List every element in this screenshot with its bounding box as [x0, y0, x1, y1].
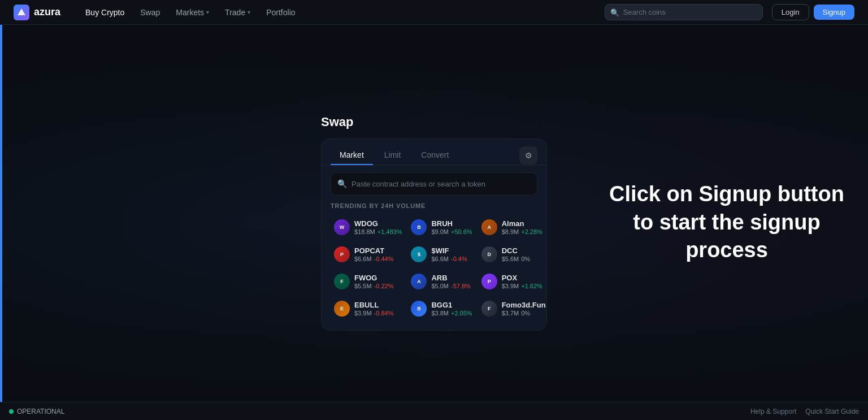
coin-change-ebull: -0.84% — [374, 310, 394, 317]
status-indicator: OPERATIONAL — [9, 408, 64, 415]
coin-price-row-popcat: $6.6M -0.44% — [354, 256, 393, 262]
coin-price-fomo: $3.7M — [502, 310, 519, 317]
coin-item-ebull[interactable]: E EBULL $3.9M -0.84% — [331, 296, 405, 321]
nav-search-container: 🔍 — [605, 4, 763, 20]
coin-info-fomo: Fomo3d.Fun $3.7M 0% — [502, 301, 546, 317]
coin-price-bgg1: $3.8M — [431, 310, 449, 317]
coin-price-ebull: $3.9M — [354, 310, 372, 317]
coin-name-fomo: Fomo3d.Fun — [502, 301, 546, 309]
coin-item-popcat[interactable]: P POPCAT $6.6M -0.44% — [331, 242, 405, 267]
right-annotation: Click on Signup button to start the sign… — [585, 25, 868, 420]
nav-actions: Login Signup — [772, 4, 854, 20]
status-links: Help & Support Quick Start Guide — [750, 408, 859, 415]
tab-convert[interactable]: Convert — [412, 146, 458, 165]
help-support-link[interactable]: Help & Support — [750, 408, 796, 415]
coin-avatar-arb: A — [411, 274, 427, 289]
status-label: OPERATIONAL — [17, 408, 64, 415]
coin-info-dcc: DCC $5.6M 0% — [502, 246, 530, 262]
trade-chevron-icon: ▾ — [248, 9, 250, 15]
coin-item-pox[interactable]: P POX $3.9M +1.62% — [478, 269, 547, 294]
coin-info-bruh: BRUH $9.0M +50.6% — [431, 219, 472, 235]
coin-price-row-fomo: $3.7M 0% — [502, 310, 546, 317]
login-button[interactable]: Login — [772, 4, 809, 20]
swap-panel: Swap Market Limit Convert ⚙ 🔍 Paste cont… — [321, 115, 547, 331]
coin-avatar-wif: $ — [411, 246, 427, 262]
tab-market[interactable]: Market — [331, 146, 373, 165]
coin-name-wif: $WIF — [431, 246, 467, 255]
coin-info-fwog: FWOG $5.5M -0.22% — [354, 274, 393, 289]
tab-limit[interactable]: Limit — [375, 146, 410, 165]
coin-item-alman[interactable]: A Alman $8.9M +2.28% — [478, 215, 547, 240]
quick-start-guide-link[interactable]: Quick Start Guide — [805, 408, 859, 415]
coin-price-row-dcc: $5.6M 0% — [502, 256, 530, 262]
coin-avatar-dcc: D — [481, 246, 497, 262]
trending-grid: W WDOG $18.8M +1,483% B BRUH $9.0M +50.6… — [331, 215, 537, 321]
coin-price-arb: $5.0M — [431, 283, 449, 289]
main-content: Swap Market Limit Convert ⚙ 🔍 Paste cont… — [0, 25, 868, 420]
nav-buy-crypto[interactable]: Buy Crypto — [79, 5, 131, 20]
coin-info-arb: ARB $5.0M -57.8% — [431, 274, 470, 289]
swap-title: Swap — [321, 115, 547, 129]
coin-price-wif: $6.6M — [431, 256, 449, 262]
left-accent-bar — [0, 25, 2, 420]
token-search-input[interactable]: Paste contract address or search a token — [331, 172, 537, 196]
nav-links: Buy Crypto Swap Markets ▾ Trade ▾ Portfo… — [79, 5, 596, 20]
status-bar: OPERATIONAL Help & Support Quick Start G… — [0, 402, 868, 420]
nav-portfolio[interactable]: Portfolio — [259, 5, 302, 20]
coin-change-alman: +2.28% — [521, 228, 542, 235]
coin-avatar-wdog: W — [334, 219, 350, 235]
coin-change-wdog: +1,483% — [377, 228, 402, 235]
coin-price-row-wif: $6.6M -0.4% — [431, 256, 467, 262]
coin-item-fomo[interactable]: F Fomo3d.Fun $3.7M 0% — [478, 296, 547, 321]
annotation-text: Click on Signup button to start the sign… — [608, 180, 845, 264]
coin-price-row-ebull: $3.9M -0.84% — [354, 310, 393, 317]
coin-info-alman: Alman $8.9M +2.28% — [502, 219, 542, 235]
nav-trade[interactable]: Trade ▾ — [218, 5, 257, 20]
status-dot — [9, 409, 14, 414]
search-input[interactable] — [605, 4, 763, 20]
coin-change-pox: +1.62% — [521, 283, 542, 289]
swap-tabs: Market Limit Convert ⚙ — [322, 139, 546, 165]
coin-price-row-arb: $5.0M -57.8% — [431, 283, 470, 289]
coin-info-wif: $WIF $6.6M -0.4% — [431, 246, 467, 262]
coin-avatar-pox: P — [481, 274, 497, 289]
coin-item-wdog[interactable]: W WDOG $18.8M +1,483% — [331, 215, 405, 240]
logo[interactable]: azura — [14, 5, 60, 20]
coin-item-fwog[interactable]: F FWOG $5.5M -0.22% — [331, 269, 405, 294]
coin-item-arb[interactable]: A ARB $5.0M -57.8% — [407, 269, 475, 294]
coin-price-row-fwog: $5.5M -0.22% — [354, 283, 393, 289]
swap-settings-button[interactable]: ⚙ — [519, 146, 537, 164]
coin-name-arb: ARB — [431, 274, 470, 282]
nav-swap[interactable]: Swap — [133, 5, 167, 20]
coin-change-bgg1: +2.05% — [451, 310, 472, 317]
coin-change-fwog: -0.22% — [374, 283, 394, 289]
coin-change-fomo: 0% — [521, 310, 530, 317]
coin-name-bgg1: BGG1 — [431, 301, 472, 309]
trending-section: TRENDING BY 24H VOLUME W WDOG $18.8M +1,… — [322, 202, 546, 330]
swap-card: Market Limit Convert ⚙ 🔍 Paste contract … — [321, 138, 547, 331]
coin-name-bruh: BRUH — [431, 219, 472, 228]
signup-button[interactable]: Signup — [814, 5, 854, 20]
coin-name-popcat: POPCAT — [354, 246, 393, 255]
coin-item-wif[interactable]: $ $WIF $6.6M -0.4% — [407, 242, 475, 267]
coin-price-bruh: $9.0M — [431, 228, 449, 235]
coin-item-bruh[interactable]: B BRUH $9.0M +50.6% — [407, 215, 475, 240]
coin-avatar-alman: A — [481, 219, 497, 235]
coin-change-dcc: 0% — [521, 256, 530, 262]
coin-avatar-bgg1: B — [411, 301, 427, 317]
coin-name-ebull: EBULL — [354, 301, 393, 309]
coin-price-alman: $8.9M — [502, 228, 519, 235]
coin-avatar-bruh: B — [411, 219, 427, 235]
coin-avatar-ebull: E — [334, 301, 350, 317]
nav-markets[interactable]: Markets ▾ — [169, 5, 216, 20]
coin-info-pox: POX $3.9M +1.62% — [502, 274, 542, 289]
coin-info-bgg1: BGG1 $3.8M +2.05% — [431, 301, 472, 317]
coin-item-bgg1[interactable]: B BGG1 $3.8M +2.05% — [407, 296, 475, 321]
coin-info-ebull: EBULL $3.9M -0.84% — [354, 301, 393, 317]
logo-icon — [14, 5, 29, 20]
coin-info-wdog: WDOG $18.8M +1,483% — [354, 219, 402, 235]
coin-price-dcc: $5.6M — [502, 256, 519, 262]
coin-item-dcc[interactable]: D DCC $5.6M 0% — [478, 242, 547, 267]
coin-name-dcc: DCC — [502, 246, 530, 255]
swap-search-wrapper: 🔍 Paste contract address or search a tok… — [322, 166, 546, 202]
